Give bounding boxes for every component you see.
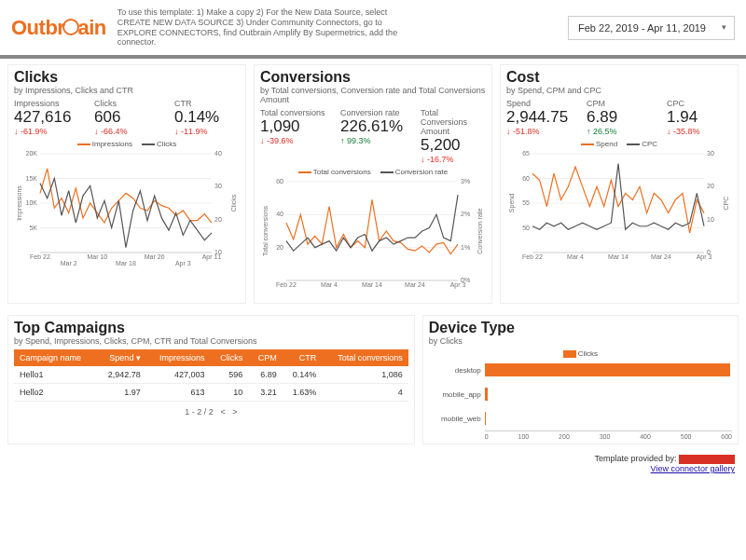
metric: Total conversions 1,090 ↓ -39.6% bbox=[260, 108, 325, 164]
campaigns-table: Campaign nameSpend ▾ImpressionsClicksCPM… bbox=[14, 349, 408, 402]
table-cell: 1,086 bbox=[322, 366, 408, 384]
metric: Impressions 427,616 ↓ -61.9% bbox=[14, 99, 79, 136]
svg-text:10K: 10K bbox=[26, 199, 38, 206]
table-header[interactable]: CTR bbox=[283, 349, 323, 366]
svg-text:20: 20 bbox=[214, 216, 222, 223]
bottom-row: Top Campaigns by Spend, Impressions, Cli… bbox=[0, 309, 746, 450]
table-row[interactable]: Hello12,942.78427,0035966.890.14%1,086 bbox=[14, 366, 408, 384]
svg-text:Feb 22: Feb 22 bbox=[522, 253, 543, 260]
svg-text:Conversion rate: Conversion rate bbox=[477, 208, 483, 254]
table-header[interactable]: Spend ▾ bbox=[97, 349, 146, 366]
date-range-picker[interactable]: Feb 22, 2019 - Apr 11, 2019 bbox=[568, 16, 735, 40]
bar-row: mobile_web bbox=[429, 406, 732, 430]
metric-label: CPC bbox=[667, 99, 732, 108]
svg-text:10: 10 bbox=[707, 216, 714, 223]
svg-text:CPC: CPC bbox=[723, 197, 729, 211]
svg-text:3%: 3% bbox=[461, 178, 470, 184]
table-cell: Hello2 bbox=[14, 384, 97, 402]
table-cell: 6.89 bbox=[248, 366, 282, 384]
metric-label: Spend bbox=[506, 99, 572, 108]
pager-prev[interactable]: < bbox=[220, 407, 225, 417]
svg-text:Mar 4: Mar 4 bbox=[321, 281, 338, 288]
metric-delta: ↑ 26.5% bbox=[587, 127, 652, 136]
cost-subtitle: by Spend, CPM and CPC bbox=[506, 86, 732, 95]
table-row[interactable]: Hello21.97613103.211.63%4 bbox=[14, 384, 408, 402]
svg-text:20K: 20K bbox=[26, 150, 38, 157]
campaigns-title: Top Campaigns bbox=[14, 320, 408, 336]
svg-text:Feb 22: Feb 22 bbox=[30, 253, 50, 260]
metric-delta: ↓ -39.6% bbox=[260, 136, 325, 145]
metric-value: 6.89 bbox=[587, 108, 652, 127]
metric-label: Clicks bbox=[94, 99, 159, 108]
table-header[interactable]: Campaign name bbox=[14, 349, 97, 366]
svg-text:15K: 15K bbox=[26, 175, 38, 182]
metric-value: 1.94 bbox=[667, 108, 732, 127]
svg-text:Mar 2: Mar 2 bbox=[61, 260, 77, 266]
metric-label: Total Conversions Amount bbox=[421, 108, 486, 136]
metric-value: 226.61% bbox=[340, 117, 406, 136]
header: Outbrain To use this template: 1) Make a… bbox=[0, 0, 746, 59]
bar-label: mobile_app bbox=[429, 390, 485, 399]
svg-text:1%: 1% bbox=[461, 244, 470, 251]
svg-text:30: 30 bbox=[707, 150, 714, 157]
pager: 1 - 2 / 2 < > bbox=[14, 402, 408, 422]
svg-text:Mar 24: Mar 24 bbox=[651, 253, 671, 260]
campaigns-subtitle: by Spend, Impressions, Clicks, CPM, CTR … bbox=[14, 336, 408, 346]
table-cell: 1.97 bbox=[97, 384, 146, 402]
svg-text:Mar 14: Mar 14 bbox=[362, 281, 382, 288]
table-cell: 1.63% bbox=[283, 384, 323, 402]
bar-fill bbox=[485, 363, 730, 376]
clicks-title: Clicks bbox=[14, 69, 240, 86]
svg-text:20: 20 bbox=[707, 184, 714, 190]
svg-text:Mar 24: Mar 24 bbox=[405, 281, 425, 288]
table-header[interactable]: Total conversions bbox=[322, 349, 408, 366]
metric-value: 1,090 bbox=[260, 117, 325, 136]
svg-text:Mar 26: Mar 26 bbox=[145, 253, 165, 260]
table-cell: 2,942.78 bbox=[97, 366, 146, 384]
clicks-subtitle: by Impressions, Clicks and CTR bbox=[14, 86, 240, 95]
outbrain-logo: Outbrain bbox=[11, 16, 106, 40]
conversions-chart: Total conversionsConversion rate2040600%… bbox=[260, 168, 486, 299]
conversions-subtitle: by Total conversions, Conversion rate an… bbox=[260, 86, 486, 104]
svg-text:Mar 4: Mar 4 bbox=[567, 253, 584, 260]
device-legend: Clicks bbox=[429, 349, 732, 358]
table-cell: Hello1 bbox=[14, 366, 97, 384]
svg-text:40: 40 bbox=[276, 212, 283, 218]
svg-text:60: 60 bbox=[522, 175, 530, 182]
conversions-title: Conversions bbox=[260, 69, 486, 86]
svg-text:55: 55 bbox=[522, 199, 530, 206]
clicks-chart: ImpressionsClicks5K10K15K20K10203040Feb … bbox=[14, 140, 240, 271]
table-header[interactable]: CPM bbox=[248, 349, 282, 366]
table-cell: 10 bbox=[211, 384, 249, 402]
table-cell: 3.21 bbox=[248, 384, 282, 402]
metric-label: Impressions bbox=[14, 99, 79, 108]
svg-text:65: 65 bbox=[522, 150, 530, 157]
svg-text:Clicks: Clicks bbox=[230, 194, 237, 212]
table-header[interactable]: Clicks bbox=[211, 349, 249, 366]
metric: CPC 1.94 ↓ -35.8% bbox=[667, 99, 732, 136]
bar-label: desktop bbox=[429, 366, 485, 375]
metric-delta: ↓ -11.9% bbox=[174, 127, 240, 136]
svg-text:30: 30 bbox=[214, 184, 222, 190]
svg-text:Impressions: Impressions bbox=[16, 185, 23, 221]
table-cell: 0.14% bbox=[283, 366, 323, 384]
metric-label: CTR bbox=[174, 99, 240, 108]
svg-text:Mar 14: Mar 14 bbox=[608, 253, 629, 260]
metric-value: 0.14% bbox=[174, 108, 240, 127]
bar-track bbox=[485, 362, 732, 378]
table-header[interactable]: Impressions bbox=[146, 349, 211, 366]
bar-row: desktop bbox=[429, 358, 732, 382]
campaigns-panel: Top Campaigns by Spend, Impressions, Cli… bbox=[7, 315, 415, 444]
metric-delta: ↓ -66.4% bbox=[94, 127, 159, 136]
metric-value: 2,944.75 bbox=[506, 108, 572, 127]
table-cell: 596 bbox=[211, 366, 249, 384]
bar-track bbox=[485, 410, 732, 427]
metric: Clicks 606 ↓ -66.4% bbox=[94, 99, 159, 136]
connector-gallery-link[interactable]: View connector gallery bbox=[651, 464, 735, 473]
metric: Conversion rate 226.61% ↑ 99.3% bbox=[340, 108, 406, 164]
pager-next[interactable]: > bbox=[232, 407, 237, 417]
metric-delta: ↓ -61.9% bbox=[14, 127, 79, 136]
svg-text:60: 60 bbox=[276, 178, 283, 184]
bar-fill bbox=[485, 388, 489, 401]
instructions-text: To use this template: 1) Make a copy 2) … bbox=[117, 7, 416, 48]
